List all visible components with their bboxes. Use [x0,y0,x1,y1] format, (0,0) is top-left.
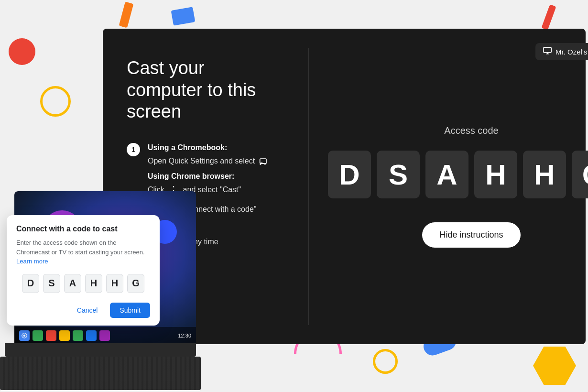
shape-blue-rect [171,7,196,26]
svg-rect-1 [544,47,552,53]
step-1-chrome-label: Using Chrome browser: [148,171,269,182]
taskbar-icon-1 [19,330,30,341]
shape-red-rect [542,4,556,30]
learn-more-link[interactable]: Learn more [16,258,48,265]
step-1-content: Using a Chromebook: Open Quick Settings … [148,142,269,196]
monitor-svg [543,47,552,54]
shape-yellow-hex [533,347,576,385]
dialog-tile-0: D [22,274,39,293]
code-tile-0: D [328,151,371,198]
tv-title: Cast your computer to this screen [127,57,284,123]
step-number-1: 1 [127,143,140,156]
laptop-taskbar: 12:30 [14,327,196,344]
code-tile-1: S [377,151,420,198]
dialog-actions: Cancel Submit [16,303,150,318]
taskbar-icon-5 [73,330,83,341]
submit-button[interactable]: Submit [110,303,150,318]
dialog-title: Connect with a code to cast [16,225,150,233]
shape-red-circle [9,38,35,65]
dialog-code-tiles: D S A H H G [16,274,150,293]
monitor-icon [543,47,552,56]
taskbar-icon-3 [46,330,56,341]
classroom-name: Mr. Ozel's Class [555,48,588,56]
svg-point-5 [23,335,26,337]
chrome-icon [22,333,27,338]
code-tile-4: H [523,151,566,198]
tv-access-code-panel: Mr. Ozel's Class Access code D S A H H G… [309,29,588,344]
code-tile-3: H [474,151,517,198]
dialog-tile-5: G [127,274,144,293]
dialog-description: Enter the access code shown on the Chrom… [16,238,150,266]
hide-instructions-button[interactable]: Hide instructions [422,222,520,248]
dialog-tile-2: A [64,274,81,293]
taskbar-icon-4 [59,330,70,341]
laptop-keyboard [0,357,201,390]
instruction-step-1: 1 Using a Chromebook: Open Quick Setting… [127,142,284,196]
access-code-label: Access code [444,125,498,136]
shape-yellow-circle [40,86,71,117]
taskbar-icon-7 [99,330,110,341]
classroom-badge: Mr. Ozel's Class [535,43,588,60]
cast-icon [259,158,269,165]
cast-dialog: Connect with a code to cast Enter the ac… [7,215,160,326]
step-1-chromebook-text: Open Quick Settings and select [148,157,269,165]
cancel-button[interactable]: Cancel [69,303,106,318]
dialog-tile-4: H [106,274,123,293]
dialog-tile-3: H [85,274,102,293]
taskbar-time: 12:30 [178,333,191,338]
shape-yellow-circle-2 [373,349,398,374]
dialog-tile-1: S [43,274,60,293]
taskbar-icon-6 [86,330,97,341]
shape-orange-rect [119,2,134,28]
laptop-base [5,343,196,357]
code-tile-2: A [425,151,468,198]
code-tile-5: G [572,151,588,198]
step-1-chromebook-label: Using a Chromebook: [148,142,269,153]
taskbar-icon-2 [33,330,43,341]
tv-code-tiles: D S A H H G [328,151,588,198]
